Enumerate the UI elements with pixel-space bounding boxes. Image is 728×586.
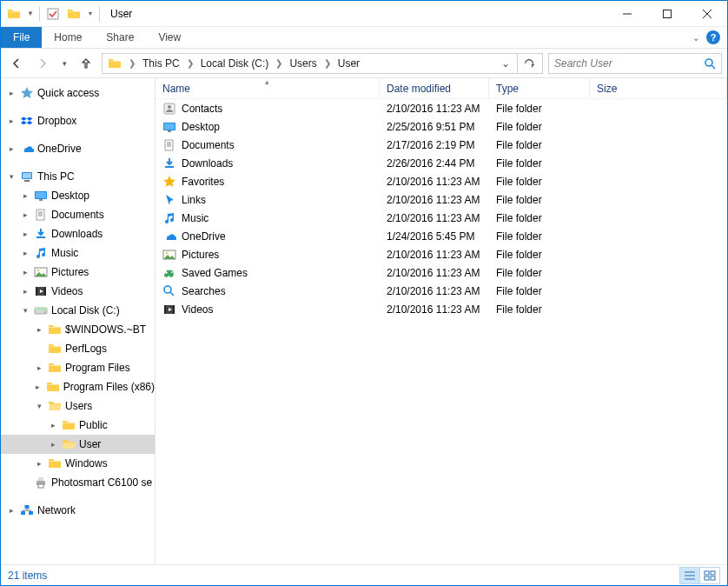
file-date: 2/26/2016 2:44 PM bbox=[380, 157, 489, 170]
music-icon bbox=[34, 246, 48, 260]
tree-desktop[interactable]: ▸Desktop bbox=[1, 186, 155, 205]
ribbon-tabs: File Home Share View ⌄ ? bbox=[1, 27, 727, 49]
folder-icon bbox=[62, 418, 76, 432]
address-bar[interactable]: ❯ This PC ❯ Local Disk (C:) ❯ Users ❯ Us… bbox=[102, 53, 543, 74]
column-name[interactable]: Name▴ bbox=[156, 78, 380, 98]
star-icon bbox=[20, 86, 34, 100]
crumb-this-pc[interactable]: This PC bbox=[139, 54, 183, 73]
file-type: File folder bbox=[489, 212, 590, 224]
tree-quick-access[interactable]: ▸Quick access bbox=[1, 83, 155, 103]
back-button[interactable] bbox=[6, 53, 27, 74]
folder-icon bbox=[48, 323, 62, 336]
tree-onedrive[interactable]: ▸OneDrive bbox=[1, 139, 155, 158]
address-history-dropdown[interactable]: ⌄ bbox=[496, 57, 515, 70]
tree-network[interactable]: ▸Network bbox=[1, 501, 155, 520]
onedrive-icon bbox=[162, 230, 176, 243]
refresh-button[interactable] bbox=[517, 54, 540, 73]
file-row[interactable]: Links2/10/2016 11:23 AMFile folder bbox=[156, 190, 727, 209]
tree-local-disk[interactable]: ▾Local Disk (C:) bbox=[1, 301, 155, 320]
file-row[interactable]: Saved Games2/10/2016 11:23 AMFile folder bbox=[156, 263, 727, 282]
file-row[interactable]: Searches2/10/2016 11:23 AMFile folder bbox=[156, 282, 727, 300]
pc-icon bbox=[20, 170, 34, 183]
tree-label: OneDrive bbox=[37, 143, 82, 155]
tree-downloads[interactable]: ▸Downloads bbox=[1, 224, 155, 243]
new-folder-icon[interactable] bbox=[64, 4, 83, 23]
file-row[interactable]: Music2/10/2016 11:23 AMFile folder bbox=[156, 209, 727, 227]
tree-program-files-x86[interactable]: ▸Program Files (x86) bbox=[1, 377, 155, 396]
file-date: 2/10/2016 11:23 AM bbox=[380, 194, 489, 206]
tab-share[interactable]: Share bbox=[94, 27, 146, 48]
column-date[interactable]: Date modified bbox=[380, 78, 489, 98]
chevron-right-icon[interactable]: ❯ bbox=[127, 58, 137, 68]
file-type: File folder bbox=[489, 194, 590, 206]
up-button[interactable] bbox=[76, 53, 96, 74]
tree-documents[interactable]: ▸Documents bbox=[1, 205, 155, 224]
chevron-right-icon[interactable]: ❯ bbox=[185, 58, 195, 68]
tab-home[interactable]: Home bbox=[42, 27, 94, 48]
file-row[interactable]: Documents2/17/2016 2:19 PMFile folder bbox=[156, 136, 727, 154]
search-input[interactable] bbox=[554, 57, 704, 70]
help-icon[interactable]: ? bbox=[706, 30, 720, 44]
ribbon-expand-icon[interactable]: ⌄ bbox=[692, 33, 699, 43]
chevron-right-icon[interactable]: ❯ bbox=[274, 58, 284, 68]
navigation-pane[interactable]: ▸Quick access ▸Dropbox ▸OneDrive ▾This P… bbox=[1, 78, 156, 564]
file-row[interactable]: OneDrive1/24/2016 5:45 PMFile folder bbox=[156, 227, 727, 245]
tree-public[interactable]: ▸Public bbox=[1, 416, 155, 435]
minimize-button[interactable] bbox=[607, 1, 647, 27]
tree-photosmart[interactable]: Photosmart C6100 se bbox=[1, 473, 155, 492]
pictures-icon bbox=[34, 265, 48, 279]
tree-videos[interactable]: ▸Videos bbox=[1, 282, 155, 301]
tree-user[interactable]: ▸User bbox=[1, 435, 155, 454]
crumb-user[interactable]: User bbox=[334, 54, 363, 73]
address-icon bbox=[104, 54, 125, 73]
tab-view[interactable]: View bbox=[146, 27, 193, 48]
forward-button[interactable] bbox=[32, 53, 53, 74]
search-icon[interactable] bbox=[704, 57, 716, 70]
file-name: Contacts bbox=[182, 103, 222, 115]
maximize-button[interactable] bbox=[647, 1, 687, 27]
tree-dropbox[interactable]: ▸Dropbox bbox=[1, 111, 155, 130]
file-date: 2/10/2016 11:23 AM bbox=[380, 249, 489, 261]
qat-customize-icon[interactable]: ▾ bbox=[85, 4, 96, 23]
tree-windows-bt[interactable]: ▸$WINDOWS.~BT bbox=[1, 320, 155, 339]
file-row[interactable]: Contacts2/10/2016 11:23 AMFile folder bbox=[156, 99, 727, 117]
file-name: Videos bbox=[182, 303, 213, 316]
file-row[interactable]: Pictures2/10/2016 11:23 AMFile folder bbox=[156, 245, 727, 263]
properties-check-icon[interactable] bbox=[43, 4, 63, 23]
details-view-button[interactable] bbox=[679, 567, 700, 584]
favorites-icon bbox=[162, 175, 176, 189]
crumb-local-disk[interactable]: Local Disk (C:) bbox=[197, 54, 273, 73]
file-tab[interactable]: File bbox=[1, 27, 42, 48]
search-box[interactable] bbox=[548, 53, 722, 74]
tree-pictures[interactable]: ▸Pictures bbox=[1, 263, 155, 282]
svg-rect-43 bbox=[711, 576, 715, 580]
contacts-icon bbox=[162, 102, 176, 116]
tree-users[interactable]: ▾Users bbox=[1, 396, 155, 416]
tree-label: Photosmart C6100 se bbox=[51, 476, 152, 489]
file-row[interactable]: Videos2/10/2016 11:23 AMFile folder bbox=[156, 300, 727, 318]
folder-icon bbox=[4, 4, 23, 23]
dropbox-icon bbox=[20, 114, 34, 128]
qat-dropdown-icon[interactable]: ▼ bbox=[25, 4, 36, 23]
file-list[interactable]: Name▴ Date modified Type Size Contacts2/… bbox=[156, 78, 727, 564]
file-type: File folder bbox=[489, 139, 590, 151]
crumb-users[interactable]: Users bbox=[286, 54, 320, 73]
chevron-right-icon[interactable]: ❯ bbox=[322, 58, 333, 68]
file-date: 2/25/2016 9:51 PM bbox=[380, 121, 489, 133]
file-row[interactable]: Desktop2/25/2016 9:51 PMFile folder bbox=[156, 117, 727, 136]
file-row[interactable]: Downloads2/26/2016 2:44 PMFile folder bbox=[156, 154, 727, 172]
tree-program-files[interactable]: ▸Program Files bbox=[1, 358, 155, 377]
thumbnails-view-button[interactable] bbox=[699, 567, 720, 584]
quick-access-toolbar: ▼ ▾ bbox=[1, 4, 105, 23]
file-date: 2/17/2016 2:19 PM bbox=[380, 139, 489, 151]
column-type[interactable]: Type bbox=[489, 78, 590, 98]
downloads-icon bbox=[162, 156, 176, 170]
tree-music[interactable]: ▸Music bbox=[1, 243, 155, 263]
close-button[interactable] bbox=[687, 1, 727, 27]
tree-this-pc[interactable]: ▾This PC bbox=[1, 167, 155, 186]
column-size[interactable]: Size bbox=[590, 78, 727, 98]
recent-locations-button[interactable]: ▾ bbox=[58, 53, 70, 74]
tree-windows[interactable]: ▸Windows bbox=[1, 454, 155, 473]
file-row[interactable]: Favorites2/10/2016 11:23 AMFile folder bbox=[156, 172, 727, 190]
tree-perflogs[interactable]: PerfLogs bbox=[1, 339, 155, 358]
